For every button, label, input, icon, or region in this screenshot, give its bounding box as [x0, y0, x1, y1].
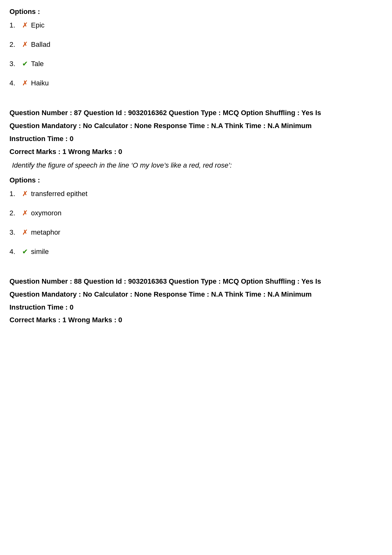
q86-options-section: Options : 1. ✗ Epic 2. ✗ Ballad 3. ✔ Tal… — [9, 6, 383, 88]
q88-meta-line2: Question Mandatory : No Calculator : Non… — [9, 289, 383, 300]
option-text-haiku: Haiku — [31, 78, 49, 88]
q87-marks: Correct Marks : 1 Wrong Marks : 0 — [9, 146, 383, 157]
correct-icon: ✔ — [22, 59, 28, 69]
q87-meta-line3: Instruction Time : 0 — [9, 133, 383, 144]
q88-section: Question Number : 88 Question Id : 90320… — [9, 276, 383, 325]
option-text-tale: Tale — [31, 59, 44, 69]
option-number-1: 1. — [9, 20, 22, 30]
q87-section: Question Number : 87 Question Id : 90320… — [9, 107, 383, 257]
wrong-icon: ✗ — [22, 78, 28, 88]
wrong-icon: ✗ — [22, 208, 28, 218]
q86-options-label: Options : — [9, 6, 383, 17]
list-item: 1. ✗ transferred epithet — [9, 188, 383, 199]
option-number-2: 2. — [9, 208, 22, 218]
wrong-icon: ✗ — [22, 188, 28, 199]
spacer — [9, 98, 383, 107]
q88-meta-line3: Instruction Time : 0 — [9, 302, 383, 313]
option-text-ballad: Ballad — [31, 39, 50, 50]
correct-icon: ✔ — [22, 246, 28, 257]
option-text-simile: simile — [31, 246, 49, 257]
wrong-icon: ✗ — [22, 39, 28, 50]
option-number-4: 4. — [9, 246, 22, 257]
list-item: 2. ✗ Ballad — [9, 39, 383, 50]
q87-meta-line1: Question Number : 87 Question Id : 90320… — [9, 107, 383, 118]
option-number-3: 3. — [9, 59, 22, 69]
list-item: 4. ✗ Haiku — [9, 78, 383, 88]
option-number-3: 3. — [9, 227, 22, 237]
option-number-4: 4. — [9, 78, 22, 88]
wrong-icon: ✗ — [22, 20, 28, 30]
option-number-2: 2. — [9, 39, 22, 50]
list-item: 2. ✗ oxymoron — [9, 208, 383, 218]
option-text-metaphor: metaphor — [31, 227, 60, 237]
q87-options-label: Options : — [9, 175, 383, 185]
list-item: 4. ✔ simile — [9, 246, 383, 257]
list-item: 3. ✗ metaphor — [9, 227, 383, 237]
list-item: 1. ✗ Epic — [9, 20, 383, 30]
wrong-icon: ✗ — [22, 227, 28, 237]
spacer — [9, 266, 383, 276]
q88-marks: Correct Marks : 1 Wrong Marks : 0 — [9, 315, 383, 325]
option-text-transferred: transferred epithet — [31, 188, 88, 199]
option-text-oxymoron: oxymoron — [31, 208, 62, 218]
q88-meta-line1: Question Number : 88 Question Id : 90320… — [9, 276, 383, 287]
list-item: 3. ✔ Tale — [9, 59, 383, 69]
option-number-1: 1. — [9, 188, 22, 199]
option-text-epic: Epic — [31, 20, 45, 30]
q87-meta-line2: Question Mandatory : No Calculator : Non… — [9, 120, 383, 131]
q87-question-text: Identify the figure of speech in the lin… — [12, 160, 383, 170]
